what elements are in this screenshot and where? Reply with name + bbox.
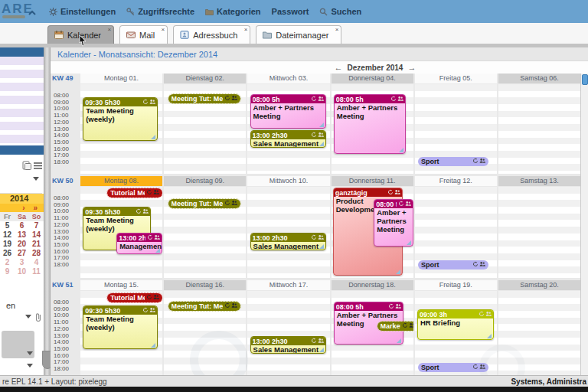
resize-handle-icon[interactable] [487,334,492,338]
paperclip-icon[interactable] [34,312,43,323]
event-pill[interactable]: Meeting Tut: Meeting [168,302,240,311]
day-cell[interactable]: 13:00 2h30Sales Management [247,187,329,278]
menu-item-passwort[interactable]: Passwort [272,7,309,16]
day-cell[interactable]: Tutorial Meeting09:30 5h30Team Meeting (… [80,291,162,375]
day-header[interactable]: Samstag 20. [498,280,580,290]
mini-calendar-day[interactable]: 9 [0,267,15,276]
day-header[interactable]: Montag 08. [80,176,162,186]
event[interactable]: 08:00 5hAmber + Partners Meeting [250,94,327,129]
event[interactable]: 13:00 2hManagement [116,233,162,254]
menu-item-einstellungen[interactable]: Einstellungen [49,7,116,16]
day-header[interactable]: Donnerstag 11. [332,176,413,186]
resize-handle-icon[interactable] [397,338,401,343]
event[interactable]: 09:30 5h30Team Meeting (weekly) [83,305,158,349]
chevron-up-icon[interactable] [28,6,37,14]
event-pill[interactable]: Sport [418,260,488,270]
day-header[interactable]: Samstag 13. [498,176,580,186]
resize-handle-icon[interactable] [396,270,400,274]
mini-calendar-day[interactable]: 19 [0,240,15,249]
event[interactable]: 09:30 5h30Team Meeting (weekly) [83,97,158,141]
event-pill[interactable]: Sport [418,157,488,166]
sidebar-dropdown-4[interactable] [0,361,44,371]
resize-handle-icon[interactable] [151,135,155,139]
close-icon[interactable]: × [162,26,165,33]
resize-handle-icon[interactable] [319,244,324,249]
day-cell[interactable]: Sport [415,187,497,278]
resize-handle-icon[interactable] [151,343,155,348]
day-header[interactable]: Dienstag 16. [164,280,246,290]
resize-handle-icon[interactable] [407,240,411,245]
event-pill[interactable]: Meeting Tut: Meeting [168,94,240,103]
day-header[interactable]: Samstag 06. [498,74,580,83]
prev-month-arrow-icon[interactable]: ← [335,63,343,72]
event[interactable]: 13:00 2h30Sales Management [250,130,327,148]
day-cell[interactable]: 08:00 5hAmber + Partners Meeting [332,84,413,174]
mini-calendar-day[interactable]: 20 [15,240,29,249]
day-header[interactable]: Freitag 12. [415,176,497,186]
mini-calendar-day[interactable]: 7 [29,221,44,230]
day-header[interactable]: Freitag 05. [415,74,497,83]
mini-calendar-day[interactable]: 27 [15,249,29,258]
menu-item-suchen[interactable]: Suchen [319,7,361,16]
menu-item-kategorien[interactable]: Kategorien [205,7,260,16]
day-cell[interactable]: ganztägigProduct Development08:00 5Amber… [332,187,413,278]
sidebar-input[interactable] [0,184,42,194]
day-cell[interactable]: Sport [415,84,497,174]
day-header[interactable]: Mittwoch 03. [247,74,329,83]
day-header[interactable]: Freitag 19. [415,280,497,290]
close-icon[interactable]: × [335,26,339,33]
mini-calendar-day[interactable]: 11 [29,267,44,276]
sidebar-calendar-list[interactable] [0,57,44,145]
mini-calendar-day[interactable]: 4 [29,258,44,267]
event[interactable]: 13:00 2h30Sales Management [250,336,327,354]
day-header[interactable]: Montag 01. [80,74,162,83]
mini-calendar-day[interactable]: 3 [15,258,29,267]
day-cell[interactable]: 09:30 5h30Team Meeting (weekly) [80,84,162,174]
day-cell[interactable]: 08:00 5hAmber + Partners Meeting13:00 2h… [247,84,329,174]
next-month-arrow-icon[interactable]: → [407,63,416,72]
mini-calendar-nav[interactable]: › » [0,204,44,212]
event-pill[interactable]: Marketing [377,322,413,331]
mini-calendar-day[interactable]: 2 [0,258,15,267]
event[interactable]: 08:00 5Amber + Partners Meeting [374,199,413,247]
page-icon[interactable] [21,160,31,170]
mini-calendar-day[interactable]: 5 [0,221,15,230]
menu-item-zugriffsrechte[interactable]: Zugriffsrechte [126,7,194,16]
event-pill[interactable]: Meeting Tut: Meeting [168,199,240,208]
mini-calendar-day[interactable]: 21 [29,240,44,249]
mini-calendar-day[interactable]: 14 [29,230,44,240]
day-cell[interactable]: Meeting Tut: Meeting [164,84,246,174]
day-cell[interactable]: 13:00 2h30Sales Management [247,291,329,375]
resize-handle-icon[interactable] [155,248,160,253]
week-number[interactable]: KW 49 [51,74,79,83]
sidebar-dropdown-1[interactable] [0,175,44,184]
mini-calendar-day[interactable]: 6 [15,221,29,230]
resize-handle-icon[interactable] [319,122,324,127]
scrollbar-thumb[interactable] [582,74,588,85]
day-header[interactable]: Mittwoch 10. [247,176,329,186]
day-header[interactable]: Donnerstag 18. [332,280,413,290]
day-cell[interactable]: 08:00 5hAmber + Partners MeetingMarketin… [332,291,413,375]
day-cell[interactable]: Tutorial Meeting09:30 5h30Team Meeting (… [80,187,162,278]
mini-calendar-day[interactable]: 13 [15,230,29,240]
event[interactable]: 13:00 2h30Sales Management [250,233,327,250]
resize-handle-icon[interactable] [399,148,403,152]
day-header[interactable]: Dienstag 09. [164,176,246,186]
close-icon[interactable]: × [107,26,111,33]
tab-mail[interactable]: Mail× [119,25,168,44]
menu-icon[interactable] [33,160,43,170]
resize-handle-icon[interactable] [319,142,324,146]
mini-calendar-day[interactable]: 10 [15,267,29,276]
week-number[interactable]: KW 51 [51,280,79,290]
logged-in-user[interactable]: Systems, Administra [511,377,586,386]
sidebar-dropdown-2[interactable] [0,312,44,322]
day-cell[interactable]: Meeting Tut: Meeting [164,187,246,278]
day-cell[interactable] [498,84,580,174]
resize-handle-icon[interactable] [319,348,324,352]
event[interactable]: 08:00 5hAmber + Partners Meeting [334,94,406,154]
tab-dateimanager[interactable]: Dateimanager× [256,25,341,44]
event[interactable]: 09:00 3hHR Briefing [417,309,494,340]
tab-adressbuch[interactable]: Adressbuch× [173,25,250,44]
mini-calendar-day[interactable]: 12 [0,230,15,240]
sidebar-splitter[interactable] [44,47,51,375]
